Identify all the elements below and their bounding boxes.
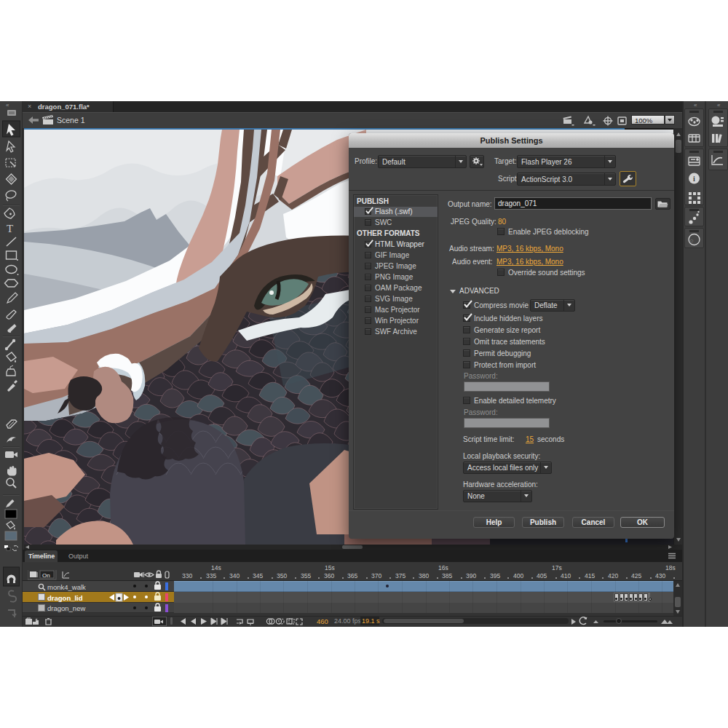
svg-text:«: « bbox=[6, 102, 9, 108]
svg-text:T: T bbox=[7, 223, 13, 234]
svg-text:i: i bbox=[693, 175, 695, 183]
svg-text:◌: ◌ bbox=[690, 237, 694, 244]
svg-text:On: On bbox=[42, 572, 50, 579]
